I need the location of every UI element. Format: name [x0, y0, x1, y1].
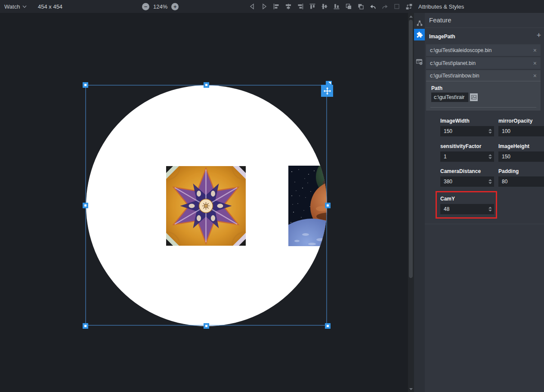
- spinner-up-icon[interactable]: [488, 154, 492, 156]
- imagepath-item[interactable]: c:\guiTest\planet.bin ×: [426, 57, 541, 69]
- remove-item-button[interactable]: ×: [531, 73, 537, 79]
- canvas-vertical-scrollbar[interactable]: [408, 13, 414, 392]
- image-picker-button[interactable]: [470, 93, 478, 101]
- field-label: sensitivityFactor: [440, 143, 494, 149]
- field-value: 100: [502, 128, 510, 134]
- spinner-down-icon[interactable]: [488, 157, 492, 159]
- align-center-horizontal-button[interactable]: [284, 3, 292, 10]
- watch-target-dropdown[interactable]: Watch: [4, 0, 27, 13]
- field-value: 48: [444, 206, 449, 212]
- kaleidoscope-image[interactable]: [166, 166, 246, 246]
- redo-button[interactable]: [381, 3, 389, 10]
- field-value: 380: [444, 179, 452, 185]
- padding-input[interactable]: 80: [498, 176, 544, 187]
- spinner-up-icon[interactable]: [488, 207, 492, 209]
- panel-tab-strip: i: [414, 13, 425, 392]
- cam-y-input[interactable]: 48: [440, 204, 494, 214]
- section-title: Feature: [429, 16, 451, 24]
- scroll-down-arrow-icon[interactable]: [409, 388, 413, 390]
- spinner-control[interactable]: [488, 207, 492, 212]
- align-right-button[interactable]: [297, 3, 304, 10]
- align-top-button[interactable]: [309, 3, 316, 10]
- spinner-down-icon[interactable]: [488, 132, 492, 134]
- field-label: CameraDistance: [440, 168, 494, 174]
- resize-handle-top-center[interactable]: [204, 82, 209, 88]
- send-to-back-button[interactable]: [357, 3, 365, 10]
- canvas-size-label: 454 x 454: [38, 0, 62, 13]
- resize-handle-middle-right[interactable]: [325, 203, 331, 208]
- previous-button[interactable]: [248, 3, 256, 10]
- sensitivity-factor-input[interactable]: 1: [440, 151, 494, 162]
- field-image-height: ImageHeight 150: [498, 143, 544, 162]
- path-input[interactable]: c:\guiTest\rair: [431, 93, 468, 102]
- align-middle-vertical-button[interactable]: [321, 3, 328, 10]
- field-value: 80: [502, 179, 507, 185]
- spinner-down-icon[interactable]: [488, 182, 492, 184]
- align-center-horizontal-icon: [285, 3, 292, 10]
- spinner-down-icon[interactable]: [488, 210, 492, 212]
- image-height-input[interactable]: 150: [498, 151, 544, 162]
- zoom-in-button[interactable]: +: [171, 3, 179, 10]
- field-label: Padding: [498, 168, 544, 174]
- move-arrows-icon: [323, 87, 331, 95]
- design-canvas[interactable]: [0, 13, 408, 392]
- chevron-down-icon: [22, 5, 27, 8]
- tab-hierarchy[interactable]: [414, 17, 425, 29]
- imagepath-item-text: c:\guiTest\rainbow.bin: [430, 73, 531, 79]
- move-object-button[interactable]: [321, 85, 333, 97]
- spinner-control[interactable]: [488, 179, 492, 184]
- undo-button[interactable]: [369, 3, 377, 10]
- align-middle-vertical-icon: [321, 3, 328, 10]
- spinner-control[interactable]: [488, 129, 492, 134]
- watch-face-circle[interactable]: [86, 85, 327, 326]
- zoom-controls: − 124% +: [142, 0, 179, 13]
- camera-distance-input[interactable]: 380: [440, 176, 494, 187]
- selection-box-button[interactable]: [393, 3, 401, 10]
- align-bottom-icon: [333, 3, 340, 10]
- tab-feature-selected[interactable]: [414, 29, 425, 40]
- resize-handle-bottom-right[interactable]: [325, 323, 331, 329]
- imagepath-item-expanded[interactable]: c:\guiTest\rainbow.bin × Path c:\guiTest…: [426, 70, 541, 111]
- divider: [425, 224, 544, 224]
- next-button[interactable]: [260, 3, 268, 10]
- spinner-control[interactable]: [488, 154, 492, 159]
- scroll-up-arrow-icon[interactable]: [409, 15, 413, 18]
- add-imagepath-button[interactable]: +: [535, 31, 543, 40]
- remove-item-button[interactable]: ×: [531, 47, 537, 53]
- path-label: Path: [431, 85, 442, 91]
- redo-icon: [381, 3, 389, 10]
- scrollbar-thumb[interactable]: [409, 20, 413, 278]
- list-info-icon: i: [416, 58, 423, 65]
- tab-properties-info[interactable]: i: [414, 56, 425, 68]
- field-cam-y: CamY 48: [440, 196, 494, 214]
- spinner-up-icon[interactable]: [488, 179, 492, 181]
- align-right-icon: [297, 3, 304, 10]
- imagepath-item-text: c:\guiTest\kaleidoscope.bin: [430, 47, 531, 53]
- spinner-up-icon[interactable]: [488, 129, 492, 131]
- image-width-input[interactable]: 150: [440, 126, 494, 136]
- zoom-out-button[interactable]: −: [142, 3, 149, 10]
- divider: [430, 107, 536, 108]
- triangle-right-icon: [261, 3, 268, 10]
- swap-objects-button[interactable]: [405, 3, 413, 10]
- resize-handle-bottom-left[interactable]: [83, 323, 88, 329]
- puzzle-piece-icon: [416, 31, 423, 38]
- mirror-opacity-input[interactable]: 100: [498, 126, 544, 136]
- field-padding: Padding 80: [498, 168, 544, 187]
- field-label: ImageHeight: [498, 143, 544, 149]
- imagepath-label: ImagePath: [429, 34, 455, 40]
- align-left-button[interactable]: [272, 3, 280, 10]
- bring-to-front-button[interactable]: [345, 3, 352, 10]
- field-image-width: ImageWidth 150: [440, 118, 494, 136]
- resize-handle-top-left[interactable]: [83, 82, 88, 88]
- resize-handle-middle-left[interactable]: [83, 203, 88, 208]
- planet-image[interactable]: [288, 166, 327, 246]
- remove-item-button[interactable]: ×: [531, 60, 537, 66]
- imagepath-item[interactable]: c:\guiTest\kaleidoscope.bin ×: [426, 44, 541, 56]
- align-bottom-button[interactable]: [333, 3, 340, 10]
- align-left-icon: [273, 3, 280, 10]
- panel-title: Attributes & Styles: [418, 0, 464, 13]
- field-label: ImageWidth: [440, 118, 494, 124]
- imagepath-item-header[interactable]: c:\guiTest\rainbow.bin ×: [426, 70, 541, 81]
- resize-handle-bottom-center[interactable]: [204, 323, 209, 329]
